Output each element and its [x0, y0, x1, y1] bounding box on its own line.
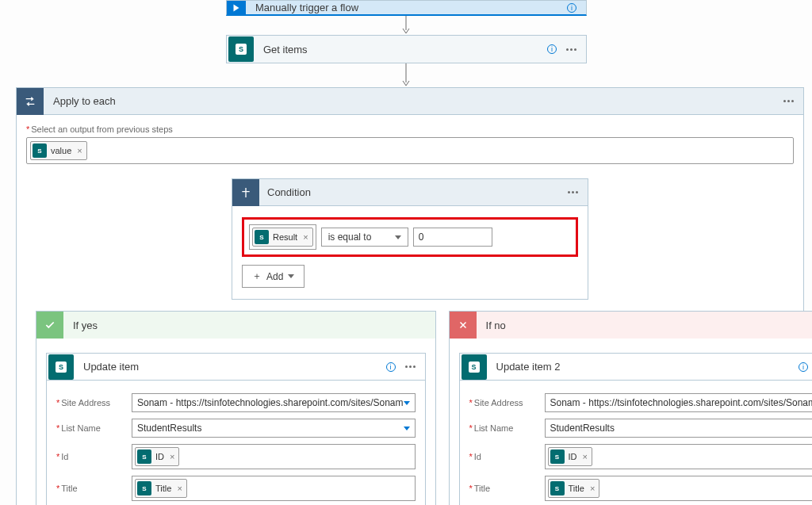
list-name-dropdown[interactable]: StudentResults	[132, 419, 416, 438]
list-name-label: *List Name	[56, 423, 132, 433]
remove-token-icon[interactable]: ×	[168, 452, 174, 461]
title-input[interactable]: S Title ×	[545, 476, 812, 501]
add-condition-button[interactable]: ＋ Add	[242, 265, 304, 288]
condition-header[interactable]: Condition	[232, 179, 588, 206]
get-items-card[interactable]: S Get items i	[226, 35, 587, 63]
close-icon	[450, 312, 477, 339]
title-label: *Title	[56, 484, 132, 493]
condition-icon	[232, 179, 259, 206]
arrow-icon	[404, 16, 408, 35]
if-yes-header: If yes	[36, 312, 435, 339]
sharepoint-icon: S	[48, 354, 74, 380]
title-input[interactable]: S Title ×	[132, 476, 416, 501]
output-token-input[interactable]: S value ×	[26, 137, 794, 164]
info-icon[interactable]: i	[567, 3, 576, 13]
update-item-header[interactable]: S Update item i	[47, 354, 425, 381]
remove-token-icon[interactable]: ×	[175, 484, 182, 493]
site-address-label: *Site Address	[469, 398, 545, 407]
site-address-dropdown[interactable]: Sonam - https://tsinfotechnologies.share…	[132, 393, 416, 412]
condition-card: Condition S Result × is equal to	[232, 178, 588, 300]
info-icon[interactable]: i	[547, 44, 557, 54]
apply-to-each-card: Apply to each *Select an output from pre…	[16, 87, 804, 505]
remove-token-icon[interactable]: ×	[581, 452, 588, 461]
apply-to-each-header[interactable]: Apply to each	[17, 88, 803, 115]
output-label: *Select an output from previous steps	[26, 124, 794, 134]
site-address-label: *Site Address	[56, 398, 132, 407]
remove-token-icon[interactable]: ×	[588, 484, 595, 493]
more-icon[interactable]	[783, 100, 794, 102]
id-label: *Id	[56, 452, 132, 461]
chevron-down-icon	[395, 235, 401, 239]
list-name-label: *List Name	[469, 423, 545, 433]
if-no-branch: If no S Update item 2 i *Site Address	[449, 311, 812, 505]
remove-token-icon[interactable]: ×	[301, 232, 308, 242]
arrow-icon	[404, 63, 408, 87]
condition-row: S Result × is equal to 0	[242, 217, 578, 257]
apply-to-each-title: Apply to each	[44, 95, 783, 107]
id-input[interactable]: S ID ×	[545, 444, 812, 469]
condition-operator-dropdown[interactable]: is equal to	[321, 228, 408, 247]
more-icon[interactable]	[405, 365, 416, 368]
value-token[interactable]: S value ×	[30, 141, 87, 160]
id-input[interactable]: S ID ×	[132, 444, 416, 469]
more-icon[interactable]	[568, 191, 578, 193]
condition-title: Condition	[259, 186, 568, 198]
sharepoint-icon: S	[462, 354, 487, 380]
trigger-icon	[227, 1, 246, 14]
update-item-2-card: S Update item 2 i *Site Address Sonam - …	[459, 353, 812, 505]
site-address-dropdown[interactable]: Sonam - https://tsinfotechnologies.share…	[545, 393, 812, 412]
update-item-title: Update item	[75, 361, 386, 373]
get-items-title: Get items	[255, 44, 547, 55]
more-icon[interactable]	[566, 48, 576, 51]
chevron-down-icon	[404, 401, 410, 405]
id-token[interactable]: S ID ×	[135, 447, 179, 466]
sharepoint-icon: S	[228, 36, 254, 62]
title-token[interactable]: S Title ×	[135, 479, 187, 498]
condition-right-input[interactable]: 0	[413, 228, 492, 247]
condition-left-input[interactable]: S Result ×	[249, 224, 316, 250]
title-label: *Title	[469, 484, 545, 493]
remove-token-icon[interactable]: ×	[75, 146, 82, 155]
chevron-down-icon	[404, 427, 410, 430]
update-item-2-header[interactable]: S Update item 2 i	[460, 354, 812, 381]
chevron-down-icon	[288, 274, 294, 278]
info-icon[interactable]: i	[386, 362, 396, 372]
update-item-2-title: Update item 2	[488, 361, 799, 373]
if-yes-branch: If yes S Update item i *Site Address	[36, 311, 436, 505]
id-label: *Id	[469, 452, 545, 461]
trigger-title: Manually trigger a flow	[246, 2, 567, 13]
if-no-header: If no	[450, 312, 812, 339]
info-icon[interactable]: i	[799, 362, 808, 372]
title-token[interactable]: S Title ×	[548, 479, 600, 498]
trigger-card[interactable]: Manually trigger a flow i	[226, 0, 587, 16]
loop-icon	[17, 88, 44, 115]
plus-icon: ＋	[252, 270, 262, 283]
check-icon	[36, 312, 63, 339]
list-name-dropdown[interactable]: StudentResults	[545, 419, 812, 438]
update-item-card: S Update item i *Site Address Sonam - ht…	[46, 353, 426, 505]
id-token[interactable]: S ID ×	[548, 447, 592, 466]
result-token[interactable]: S Result ×	[252, 228, 313, 247]
